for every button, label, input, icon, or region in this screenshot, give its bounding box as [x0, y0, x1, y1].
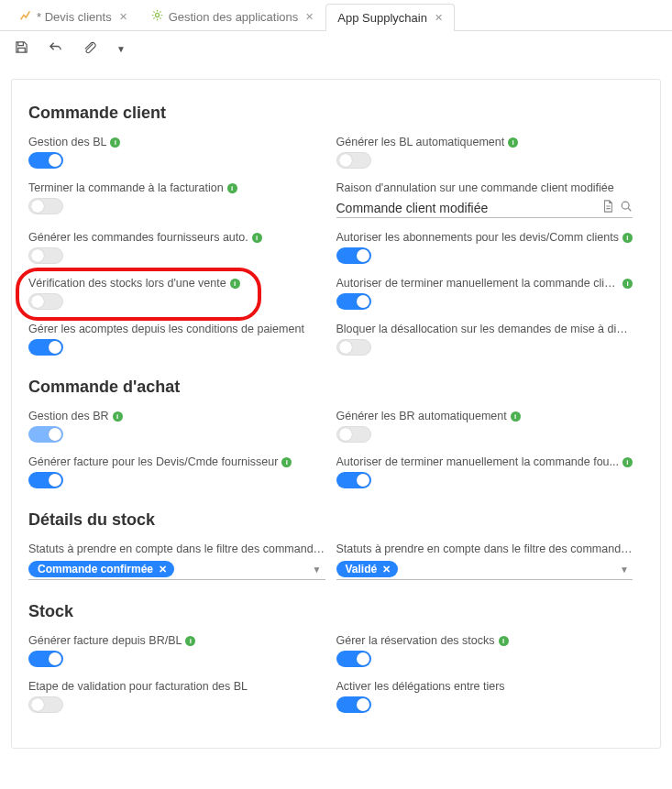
- field-bloquer-desallocation: Bloquer la désallocation sur les demande…: [336, 323, 633, 356]
- field-gen-facture-devis: Générer facture pour les Devis/Cmde four…: [28, 455, 325, 488]
- toggle-verification-stocks[interactable]: [28, 293, 63, 310]
- field-autoriser-terminer-fournisseur: Autoriser de terminer manuellement la co…: [336, 455, 633, 488]
- label: Générer les commandes fournisseurs auto.: [28, 231, 248, 244]
- tab-devis-clients[interactable]: * Devis clients ✕: [7, 2, 139, 30]
- info-icon[interactable]: i: [622, 233, 633, 243]
- search-icon[interactable]: [614, 200, 633, 215]
- section-title-commande-achat: Commande d'achat: [28, 378, 644, 397]
- field-gerer-acomptes: Gérer les acomptes depuis les conditions…: [28, 323, 325, 356]
- field-gen-bl-auto: Générer les BL automatiquementi: [336, 136, 633, 169]
- info-icon[interactable]: i: [227, 183, 237, 193]
- label: Autoriser de terminer manuellement la co…: [336, 277, 620, 290]
- section-title-stock: Stock: [28, 602, 644, 621]
- toggle-gen-facture-devis[interactable]: [28, 472, 63, 488]
- info-icon[interactable]: i: [508, 137, 518, 148]
- field-gerer-reservation: Gérer la réservation des stocksi: [336, 634, 633, 667]
- info-icon[interactable]: i: [281, 457, 292, 467]
- tab-gestion-applications[interactable]: Gestion des applications ✕: [139, 2, 326, 30]
- label: Etape de validation pour facturation des…: [28, 680, 248, 693]
- label: Raison d'annulation sur une commande cli…: [336, 181, 614, 194]
- caret-down-icon[interactable]: ▼: [620, 564, 633, 575]
- toggle-activer-delegations[interactable]: [336, 696, 371, 713]
- input-value: Commande client modifiée: [336, 201, 597, 215]
- chip-commande-confirmee[interactable]: Commande confirmée✕: [28, 561, 174, 577]
- main-panel: Commande client Gestion des BLi Générer …: [11, 79, 661, 749]
- toggle-gen-br-auto[interactable]: [336, 426, 371, 443]
- label: Gérer la réservation des stocks: [336, 634, 495, 647]
- label: Autoriser les abonnements pour les devis…: [336, 231, 619, 244]
- field-autoriser-abonnements: Autoriser les abonnements pour les devis…: [336, 231, 633, 264]
- toggle-gerer-acomptes[interactable]: [28, 339, 63, 356]
- label: Gestion des BR: [28, 410, 109, 422]
- field-activer-delegations: Activer les délégations entre tiers: [336, 680, 633, 713]
- label: Activer les délégations entre tiers: [336, 680, 505, 693]
- field-raison-annulation: Raison d'annulation sur une commande cli…: [336, 181, 633, 218]
- chip-remove-icon[interactable]: ✕: [382, 564, 391, 575]
- chip-valide[interactable]: Validé✕: [336, 561, 399, 577]
- chip-remove-icon[interactable]: ✕: [159, 564, 167, 575]
- tab-label: Gestion des applications: [169, 10, 299, 24]
- label: Générer facture pour les Devis/Cmde four…: [28, 455, 278, 468]
- toggle-autoriser-terminer-client[interactable]: [336, 293, 371, 310]
- gear-icon: [151, 9, 163, 24]
- caret-down-icon[interactable]: ▼: [313, 564, 325, 575]
- chip-select-right[interactable]: Validé✕ ▼: [336, 559, 633, 580]
- toggle-bloquer-desallocation[interactable]: [336, 339, 371, 356]
- field-gestion-bl: Gestion des BLi: [28, 136, 325, 169]
- info-icon[interactable]: i: [230, 279, 240, 289]
- toolbar: ▼: [0, 31, 672, 66]
- toggle-gen-cmd-fournisseur[interactable]: [28, 247, 63, 264]
- field-gen-br-auto: Générer les BR automatiquementi: [336, 410, 633, 443]
- toggle-gestion-bl[interactable]: [28, 152, 63, 169]
- info-icon[interactable]: i: [113, 411, 123, 422]
- caret-down-icon[interactable]: ▼: [116, 44, 126, 54]
- label: Terminer la commande à la facturation: [28, 181, 224, 194]
- field-statuts-right: Statuts à prendre en compte dans le filt…: [336, 542, 633, 580]
- toggle-gerer-reservation[interactable]: [336, 651, 371, 667]
- info-icon[interactable]: i: [511, 411, 521, 422]
- section-title-commande-client: Commande client: [28, 104, 644, 123]
- label: Gestion des BL: [28, 136, 106, 148]
- raison-annulation-input[interactable]: Commande client modifiée: [336, 198, 633, 218]
- label: Gérer les acomptes depuis les conditions…: [28, 323, 304, 335]
- label: Statuts à prendre en compte dans le filt…: [28, 542, 325, 555]
- close-icon[interactable]: ✕: [305, 11, 314, 23]
- field-gen-facture-brbl: Générer facture depuis BR/BLi: [28, 634, 325, 667]
- info-icon[interactable]: i: [622, 457, 633, 467]
- toggle-autoriser-terminer-fournisseur[interactable]: [336, 472, 371, 488]
- info-icon[interactable]: i: [252, 233, 262, 243]
- undo-icon[interactable]: [49, 40, 62, 57]
- chart-icon: [19, 9, 31, 24]
- toggle-gen-facture-brbl[interactable]: [28, 651, 63, 667]
- label: Statuts à prendre en compte dans le filt…: [336, 542, 633, 555]
- field-gen-cmd-fournisseur: Générer les commandes fournisseurs auto.…: [28, 231, 325, 264]
- attachment-icon[interactable]: [83, 40, 96, 57]
- close-icon[interactable]: ✕: [435, 12, 443, 24]
- tab-label: App Supplychain: [337, 11, 427, 25]
- tab-bar: * Devis clients ✕ Gestion des applicatio…: [0, 0, 672, 31]
- field-etape-validation: Etape de validation pour facturation des…: [28, 680, 325, 713]
- label: Générer les BL automatiquement: [336, 136, 505, 148]
- svg-point-1: [622, 202, 629, 209]
- toggle-gestion-br[interactable]: [28, 426, 63, 443]
- info-icon[interactable]: i: [185, 636, 195, 646]
- section-title-details-stock: Détails du stock: [28, 510, 644, 530]
- save-icon[interactable]: [15, 40, 28, 57]
- toggle-terminer-facturation[interactable]: [28, 198, 63, 214]
- toggle-autoriser-abonnements[interactable]: [336, 247, 371, 264]
- label: Bloquer la désallocation sur les demande…: [336, 323, 633, 335]
- label: Générer les BR automatiquement: [336, 410, 507, 422]
- chip-select-left[interactable]: Commande confirmée✕ ▼: [28, 559, 325, 580]
- field-gestion-br: Gestion des BRi: [28, 410, 325, 443]
- close-icon[interactable]: ✕: [119, 11, 127, 23]
- document-icon[interactable]: [596, 200, 614, 215]
- tab-app-supplychain[interactable]: App Supplychain ✕: [325, 4, 455, 31]
- toggle-etape-validation[interactable]: [28, 696, 63, 713]
- label: Autoriser de terminer manuellement la co…: [336, 455, 619, 468]
- field-verification-stocks: Vérification des stocks lors d'une vente…: [28, 277, 325, 310]
- info-icon[interactable]: i: [110, 137, 120, 148]
- toggle-gen-bl-auto[interactable]: [336, 152, 371, 169]
- field-statuts-left: Statuts à prendre en compte dans le filt…: [28, 542, 325, 580]
- info-icon[interactable]: i: [499, 636, 509, 646]
- info-icon[interactable]: i: [622, 279, 633, 289]
